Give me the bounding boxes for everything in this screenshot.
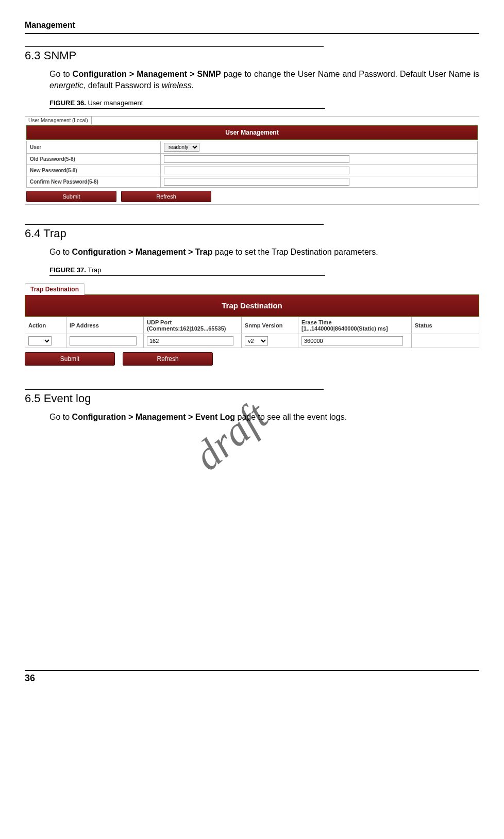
ip-cell xyxy=(66,334,144,348)
new-password-input[interactable] xyxy=(164,167,349,174)
section-title: SNMP xyxy=(44,49,77,62)
section-rule xyxy=(25,389,324,390)
table-row: Old Password(5-8) xyxy=(27,154,478,165)
footer-rule xyxy=(25,670,479,671)
snmp-cell: v2 xyxy=(242,334,298,348)
section-number: 6.3 xyxy=(25,49,41,62)
text: page to see all the event logs. xyxy=(235,413,347,421)
col-snmp: Snmp Version xyxy=(242,317,298,334)
figure-title: User management xyxy=(86,99,143,107)
page-number: 36 xyxy=(25,673,479,684)
section-number: 6.5 xyxy=(25,392,41,405)
breadcrumb-path: Configuration > Management > Trap xyxy=(72,248,213,256)
section-rule xyxy=(25,224,324,225)
submit-button[interactable]: Submit xyxy=(26,191,116,202)
caption-rule xyxy=(49,108,325,109)
table-header-row: Action IP Address UDP Port (Comments:162… xyxy=(25,317,479,334)
submit-button[interactable]: Submit xyxy=(25,352,115,366)
new-password-cell xyxy=(161,165,478,176)
old-password-input[interactable] xyxy=(164,155,349,163)
text: , default Password is xyxy=(83,81,162,90)
user-cell: readonly xyxy=(161,141,478,154)
figure-number: FIGURE 36. xyxy=(49,99,86,107)
page-header: Management xyxy=(25,21,479,30)
um-button-row: Submit Refresh xyxy=(25,189,479,204)
um-tab[interactable]: User Management (Local) xyxy=(25,116,92,124)
section-title: Trap xyxy=(43,227,66,240)
snmp-select[interactable]: v2 xyxy=(245,336,268,346)
um-table: User readonly Old Password(5-8) New Pass… xyxy=(26,141,478,188)
default-password: wireless. xyxy=(162,81,194,90)
figure-36-caption: FIGURE 36. User management xyxy=(49,99,479,107)
old-password-cell xyxy=(161,154,478,165)
user-select[interactable]: readonly xyxy=(164,143,199,152)
erase-cell xyxy=(298,334,412,348)
action-select[interactable] xyxy=(28,336,52,346)
table-row: Confirm New Password(5-8) xyxy=(27,176,478,188)
figure-number: FIGURE 37. xyxy=(49,266,86,274)
trap-table: Action IP Address UDP Port (Comments:162… xyxy=(25,317,479,348)
col-udp: UDP Port (Comments:162|1025...65535) xyxy=(144,317,242,334)
trap-tab[interactable]: Trap Destination xyxy=(25,283,85,295)
refresh-button[interactable]: Refresh xyxy=(121,191,211,202)
breadcrumb-path: Configuration > Management > SNMP xyxy=(73,70,221,78)
section-title: Event log xyxy=(44,392,91,405)
col-action: Action xyxy=(25,317,66,334)
user-label: User xyxy=(27,141,161,154)
confirm-password-label: Confirm New Password(5-8) xyxy=(27,176,161,188)
default-username: energetic xyxy=(49,81,83,90)
trap-body: Go to Configuration > Management > Trap … xyxy=(49,246,479,258)
header-rule xyxy=(25,33,479,34)
refresh-button[interactable]: Refresh xyxy=(123,352,213,366)
ip-input[interactable] xyxy=(70,336,137,346)
draft-watermark: draft xyxy=(185,392,277,480)
section-number: 6.4 xyxy=(25,227,41,240)
section-trap-heading: 6.4 Trap xyxy=(25,227,479,240)
new-password-label: New Password(5-8) xyxy=(27,165,161,176)
confirm-password-input[interactable] xyxy=(164,178,349,186)
text: Go to xyxy=(49,248,72,256)
text: page to change the User Name and Passwor… xyxy=(221,70,479,78)
text: Go to xyxy=(49,70,73,78)
section-snmp-heading: 6.3 SNMP xyxy=(25,49,479,62)
text: Go to xyxy=(49,413,72,421)
col-erase: Erase Time [1...1440000|8640000(Static) … xyxy=(298,317,412,334)
trap-button-row: Submit Refresh xyxy=(25,348,479,370)
udp-cell xyxy=(144,334,242,348)
col-ip: IP Address xyxy=(66,317,144,334)
text: page to set the Trap Destination paramet… xyxy=(213,248,378,256)
um-banner: User Management xyxy=(26,125,478,140)
erase-input[interactable] xyxy=(301,336,403,346)
trap-panel: Trap Destination Trap Destination Action… xyxy=(25,283,479,370)
status-cell xyxy=(412,334,479,348)
action-cell xyxy=(25,334,66,348)
user-management-panel: User Management (Local) User Management … xyxy=(25,116,479,205)
figure-title: Trap xyxy=(86,266,102,274)
snmp-body: Go to Configuration > Management > SNMP … xyxy=(49,69,479,91)
breadcrumb-path: Configuration > Management > Event Log xyxy=(72,413,235,421)
section-rule xyxy=(25,46,324,47)
trap-banner: Trap Destination xyxy=(25,294,479,317)
eventlog-body: Go to Configuration > Management > Event… xyxy=(49,412,479,423)
section-eventlog-heading: 6.5 Event log xyxy=(25,392,479,405)
old-password-label: Old Password(5-8) xyxy=(27,154,161,165)
figure-37-caption: FIGURE 37. Trap xyxy=(49,266,479,274)
table-row: User readonly xyxy=(27,141,478,154)
udp-input[interactable] xyxy=(147,336,233,346)
col-status: Status xyxy=(412,317,479,334)
caption-rule xyxy=(49,275,325,276)
confirm-password-cell xyxy=(161,176,478,188)
table-row: New Password(5-8) xyxy=(27,165,478,176)
table-row: v2 xyxy=(25,334,479,348)
